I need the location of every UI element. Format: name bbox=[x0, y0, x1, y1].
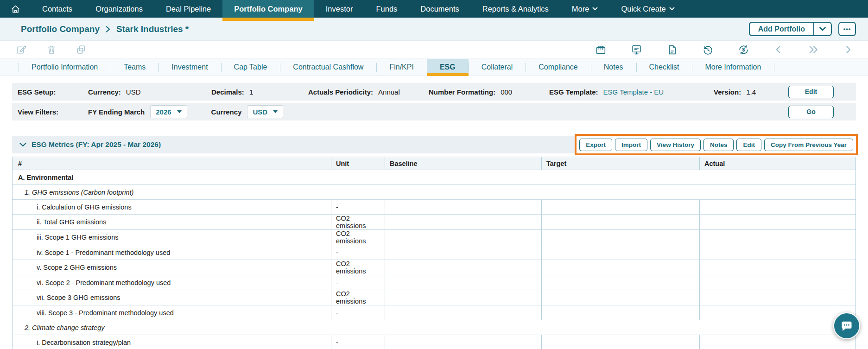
next-record-icon[interactable] bbox=[843, 44, 853, 55]
document-icon[interactable] bbox=[666, 44, 678, 56]
baseline-cell bbox=[385, 200, 541, 214]
baseline-cell bbox=[385, 290, 541, 305]
edit-record-icon[interactable] bbox=[16, 44, 27, 56]
esg-template-link[interactable]: ESG Template - EU bbox=[603, 88, 664, 96]
template-icon[interactable] bbox=[631, 44, 642, 56]
chevron-down-icon bbox=[273, 110, 278, 113]
tab[interactable]: Teams bbox=[111, 59, 158, 76]
actual-cell bbox=[699, 260, 855, 275]
table-row-group: 1. GHG emissions (Carbon footprint) bbox=[13, 185, 855, 200]
unit-cell: CO2 emissions bbox=[331, 290, 385, 305]
baseline-cell bbox=[385, 260, 541, 275]
tab[interactable]: Collateral bbox=[469, 59, 526, 76]
exchange-rate-refresh-icon[interactable]: $ bbox=[738, 44, 749, 56]
tab-label: Investment bbox=[171, 63, 208, 71]
setup-number-formatting: Number Formatting:000 bbox=[429, 88, 549, 96]
duplicate-record-icon[interactable] bbox=[76, 44, 87, 55]
top-nav: Contacts Organizations Deal Pipeline Por… bbox=[0, 0, 868, 18]
setup-version: Version:1.4 bbox=[714, 88, 756, 96]
add-portfolio-label: Add Portfolio bbox=[750, 23, 813, 35]
target-cell bbox=[541, 260, 699, 275]
tab[interactable]: Checklist bbox=[636, 59, 692, 76]
nav-item[interactable]: Organizations bbox=[84, 0, 154, 18]
group-label-cell: 1. GHG emissions (Carbon footprint) bbox=[13, 185, 855, 199]
decimals-value: 1 bbox=[249, 88, 253, 96]
tab[interactable]: Compliance bbox=[526, 59, 590, 76]
tab[interactable]: More Information bbox=[692, 59, 774, 76]
setup-esg-template: ESG Template:ESG Template - EU bbox=[549, 88, 714, 96]
nav-item[interactable]: Reports & Analytics bbox=[471, 0, 560, 18]
nav-item-label: Organizations bbox=[95, 5, 143, 13]
chevron-down-icon bbox=[177, 110, 182, 113]
number-formatting-label: Number Formatting: bbox=[429, 88, 495, 96]
add-portfolio-dropdown[interactable] bbox=[813, 23, 831, 35]
nav-item[interactable]: More bbox=[560, 0, 610, 18]
tab[interactable]: Notes bbox=[591, 59, 636, 76]
periodicity-label: Actuals Periodicity: bbox=[308, 88, 373, 96]
tab[interactable]: Contractual Cashflow bbox=[280, 59, 376, 76]
nav-item[interactable]: Portfolio Company bbox=[222, 0, 314, 18]
filter-currency-select[interactable]: USD bbox=[247, 105, 283, 118]
actual-cell bbox=[699, 290, 855, 305]
target-cell bbox=[541, 245, 699, 260]
metric-label-cell: iv. Scope 1 - Predominant methodology us… bbox=[13, 245, 331, 260]
group-label-cell: 2. Climate change strategy bbox=[13, 320, 855, 335]
metrics-action-button[interactable]: Copy From Previous Year bbox=[764, 139, 853, 151]
breadcrumb-parent[interactable]: Portfolio Company bbox=[21, 24, 100, 34]
nav-item-label: Funds bbox=[376, 5, 397, 13]
metric-label-cell: vi. Scope 2 - Predominant methodology us… bbox=[13, 275, 331, 290]
calendar-icon[interactable] bbox=[595, 44, 607, 56]
nav-item[interactable]: Quick Create bbox=[609, 0, 686, 18]
chat-bubble-icon bbox=[840, 319, 853, 332]
target-cell bbox=[541, 215, 699, 229]
chevron-down-icon bbox=[819, 27, 826, 31]
delete-record-icon[interactable] bbox=[46, 44, 57, 55]
esg-setup-row: ESG Setup: Currency:USD Decimals:1 Actua… bbox=[12, 83, 856, 101]
table-row-metric: i. Decarbonisation strategy/plan- bbox=[13, 335, 855, 349]
tab[interactable]: Investment bbox=[158, 59, 221, 76]
metrics-action-button[interactable]: View History bbox=[650, 139, 701, 151]
fy-year-select[interactable]: 2026 bbox=[150, 105, 187, 118]
chevron-down-icon bbox=[669, 7, 675, 11]
tab-label: Cap Table bbox=[234, 63, 267, 71]
go-button[interactable]: Go bbox=[788, 106, 834, 118]
history-icon[interactable] bbox=[702, 44, 714, 56]
decimals-label: Decimals: bbox=[211, 88, 244, 96]
esg-template-label: ESG Template: bbox=[549, 88, 598, 96]
table-row-metric: i. Calculation of GHG emissions- bbox=[13, 200, 855, 215]
chat-widget-button[interactable] bbox=[833, 312, 860, 339]
record-tabs: Portfolio Information Teams Investment C… bbox=[0, 58, 868, 76]
add-portfolio-button[interactable]: Add Portfolio bbox=[749, 22, 832, 36]
nav-item[interactable]: Deal Pipeline bbox=[154, 0, 222, 18]
table-row-metric: vi. Scope 2 - Predominant methodology us… bbox=[13, 275, 855, 290]
tab-label: Checklist bbox=[649, 63, 679, 71]
table-row-metric: v. Scope 2 GHG emissionsCO2 emissions bbox=[13, 260, 855, 275]
target-cell bbox=[541, 200, 699, 214]
home-button[interactable] bbox=[0, 0, 31, 18]
collapse-chevron-icon[interactable] bbox=[19, 142, 26, 147]
nav-item[interactable]: Investor bbox=[314, 0, 365, 18]
nav-item[interactable]: Documents bbox=[409, 0, 470, 18]
esg-setup-edit-button[interactable]: Edit bbox=[788, 86, 834, 98]
breadcrumb: Portfolio Company Stark Industries * bbox=[21, 24, 189, 34]
more-actions-button[interactable]: ••• bbox=[838, 22, 856, 36]
nav-item[interactable]: Funds bbox=[364, 0, 409, 18]
nav-item-label: Documents bbox=[420, 5, 459, 13]
tab[interactable]: ESG bbox=[427, 59, 469, 76]
previous-record-icon[interactable] bbox=[773, 44, 784, 55]
tab[interactable]: Cap Table bbox=[221, 59, 280, 76]
metrics-action-button[interactable]: Notes bbox=[703, 139, 734, 151]
column-header: Actual bbox=[699, 157, 855, 170]
nav-item[interactable]: Contacts bbox=[31, 0, 84, 18]
baseline-cell bbox=[385, 305, 541, 320]
unit-cell: CO2 emissions bbox=[331, 215, 385, 229]
metrics-action-button[interactable]: Export bbox=[579, 139, 612, 151]
metrics-action-button[interactable]: Edit bbox=[736, 139, 761, 151]
nav-item-label: Quick Create bbox=[621, 5, 665, 13]
tab[interactable]: Portfolio Information bbox=[19, 59, 111, 76]
nav-item-label: Reports & Analytics bbox=[482, 5, 549, 13]
metrics-action-button[interactable]: Import bbox=[615, 139, 647, 151]
skip-forward-icon[interactable] bbox=[808, 44, 819, 55]
table-body: A. Environmental1. GHG emissions (Carbon… bbox=[13, 170, 855, 349]
tab[interactable]: Fin/KPI bbox=[376, 59, 426, 76]
